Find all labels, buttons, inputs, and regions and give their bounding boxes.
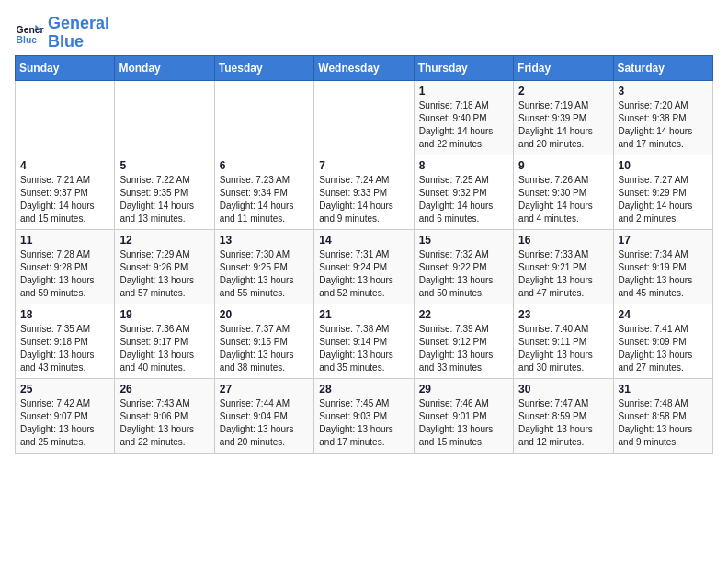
day-info: Sunrise: 7:34 AMSunset: 9:19 PMDaylight:… — [619, 248, 708, 300]
day-number: 29 — [419, 383, 508, 396]
calendar-cell: 13Sunrise: 7:30 AMSunset: 9:25 PMDayligh… — [214, 229, 313, 304]
day-info: Sunrise: 7:28 AMSunset: 9:28 PMDaylight:… — [20, 248, 109, 300]
page-header: General Blue General Blue — [15, 15, 713, 52]
logo: General Blue General Blue — [15, 15, 109, 52]
day-number: 6 — [220, 159, 309, 172]
day-info: Sunrise: 7:39 AMSunset: 9:12 PMDaylight:… — [419, 323, 508, 374]
day-number: 13 — [220, 234, 309, 247]
day-number: 22 — [419, 308, 508, 321]
week-row-5: 25Sunrise: 7:42 AMSunset: 9:07 PMDayligh… — [16, 378, 713, 453]
day-info: Sunrise: 7:20 AMSunset: 9:38 PMDaylight:… — [619, 99, 708, 151]
logo-icon: General Blue — [15, 18, 44, 48]
calendar-cell: 14Sunrise: 7:31 AMSunset: 9:24 PMDayligh… — [314, 229, 414, 304]
day-info: Sunrise: 7:38 AMSunset: 9:14 PMDaylight:… — [319, 323, 408, 374]
day-info: Sunrise: 7:22 AMSunset: 9:35 PMDaylight:… — [119, 174, 209, 225]
day-info: Sunrise: 7:24 AMSunset: 9:33 PMDaylight:… — [319, 174, 408, 225]
day-info: Sunrise: 7:37 AMSunset: 9:15 PMDaylight:… — [220, 323, 309, 374]
day-number: 14 — [319, 234, 408, 247]
day-info: Sunrise: 7:40 AMSunset: 9:11 PMDaylight:… — [518, 323, 608, 374]
day-info: Sunrise: 7:36 AMSunset: 9:17 PMDaylight:… — [119, 323, 209, 374]
header-saturday: Saturday — [613, 55, 712, 80]
day-info: Sunrise: 7:27 AMSunset: 9:29 PMDaylight:… — [619, 174, 708, 225]
day-info: Sunrise: 7:45 AMSunset: 9:03 PMDaylight:… — [319, 397, 408, 449]
calendar-cell: 11Sunrise: 7:28 AMSunset: 9:28 PMDayligh… — [16, 229, 115, 304]
day-info: Sunrise: 7:23 AMSunset: 9:34 PMDaylight:… — [220, 174, 309, 225]
calendar-cell: 31Sunrise: 7:48 AMSunset: 8:58 PMDayligh… — [613, 378, 712, 453]
day-number: 28 — [319, 383, 408, 396]
week-row-1: 1Sunrise: 7:18 AMSunset: 9:40 PMDaylight… — [16, 80, 713, 155]
calendar-cell: 2Sunrise: 7:19 AMSunset: 9:39 PMDaylight… — [514, 80, 613, 155]
calendar-cell: 4Sunrise: 7:21 AMSunset: 9:37 PMDaylight… — [16, 155, 115, 229]
logo-name-blue: Blue — [48, 33, 109, 52]
header-tuesday: Tuesday — [214, 55, 313, 80]
day-number: 8 — [419, 159, 508, 172]
day-number: 7 — [319, 159, 408, 172]
calendar-cell: 7Sunrise: 7:24 AMSunset: 9:33 PMDaylight… — [314, 155, 414, 229]
svg-text:Blue: Blue — [17, 35, 38, 45]
day-info: Sunrise: 7:32 AMSunset: 9:22 PMDaylight:… — [419, 248, 508, 300]
header-thursday: Thursday — [414, 55, 513, 80]
calendar-cell: 6Sunrise: 7:23 AMSunset: 9:34 PMDaylight… — [214, 155, 313, 229]
day-info: Sunrise: 7:44 AMSunset: 9:04 PMDaylight:… — [220, 397, 309, 449]
day-number: 27 — [220, 383, 309, 396]
calendar-cell: 25Sunrise: 7:42 AMSunset: 9:07 PMDayligh… — [16, 378, 115, 453]
day-number: 21 — [319, 308, 408, 321]
calendar-cell: 19Sunrise: 7:36 AMSunset: 9:17 PMDayligh… — [115, 304, 214, 378]
calendar-cell: 28Sunrise: 7:45 AMSunset: 9:03 PMDayligh… — [314, 378, 414, 453]
calendar-cell: 3Sunrise: 7:20 AMSunset: 9:38 PMDaylight… — [613, 80, 712, 155]
day-number: 19 — [119, 308, 209, 321]
day-info: Sunrise: 7:43 AMSunset: 9:06 PMDaylight:… — [119, 397, 209, 449]
day-number: 24 — [619, 308, 708, 321]
day-info: Sunrise: 7:47 AMSunset: 8:59 PMDaylight:… — [518, 397, 608, 449]
day-info: Sunrise: 7:48 AMSunset: 8:58 PMDaylight:… — [619, 397, 708, 449]
day-info: Sunrise: 7:31 AMSunset: 9:24 PMDaylight:… — [319, 248, 408, 300]
day-number: 17 — [619, 234, 708, 247]
header-wednesday: Wednesday — [314, 55, 414, 80]
day-number: 12 — [119, 234, 209, 247]
day-number: 30 — [518, 383, 608, 396]
week-row-2: 4Sunrise: 7:21 AMSunset: 9:37 PMDaylight… — [16, 155, 713, 229]
calendar-cell: 17Sunrise: 7:34 AMSunset: 9:19 PMDayligh… — [613, 229, 712, 304]
calendar-cell: 26Sunrise: 7:43 AMSunset: 9:06 PMDayligh… — [115, 378, 214, 453]
header-sunday: Sunday — [16, 55, 115, 80]
day-number: 4 — [20, 159, 109, 172]
day-number: 9 — [518, 159, 608, 172]
day-info: Sunrise: 7:18 AMSunset: 9:40 PMDaylight:… — [419, 99, 508, 151]
day-info: Sunrise: 7:33 AMSunset: 9:21 PMDaylight:… — [518, 248, 608, 300]
header-monday: Monday — [115, 55, 214, 80]
header-friday: Friday — [514, 55, 613, 80]
calendar-cell: 22Sunrise: 7:39 AMSunset: 9:12 PMDayligh… — [414, 304, 513, 378]
calendar-cell — [115, 80, 214, 155]
day-number: 3 — [619, 85, 708, 98]
day-number: 2 — [518, 85, 608, 98]
day-info: Sunrise: 7:29 AMSunset: 9:26 PMDaylight:… — [119, 248, 209, 300]
day-number: 16 — [518, 234, 608, 247]
calendar-cell: 24Sunrise: 7:41 AMSunset: 9:09 PMDayligh… — [613, 304, 712, 378]
day-number: 11 — [20, 234, 109, 247]
calendar-cell: 9Sunrise: 7:26 AMSunset: 9:30 PMDaylight… — [514, 155, 613, 229]
day-info: Sunrise: 7:25 AMSunset: 9:32 PMDaylight:… — [419, 174, 508, 225]
logo-name-general: General — [48, 15, 109, 33]
calendar-cell: 5Sunrise: 7:22 AMSunset: 9:35 PMDaylight… — [115, 155, 214, 229]
day-number: 15 — [419, 234, 508, 247]
calendar-cell: 29Sunrise: 7:46 AMSunset: 9:01 PMDayligh… — [414, 378, 513, 453]
calendar-cell: 27Sunrise: 7:44 AMSunset: 9:04 PMDayligh… — [214, 378, 313, 453]
day-info: Sunrise: 7:19 AMSunset: 9:39 PMDaylight:… — [518, 99, 608, 151]
calendar-cell: 10Sunrise: 7:27 AMSunset: 9:29 PMDayligh… — [613, 155, 712, 229]
calendar-cell — [16, 80, 115, 155]
calendar-cell: 12Sunrise: 7:29 AMSunset: 9:26 PMDayligh… — [115, 229, 214, 304]
day-info: Sunrise: 7:30 AMSunset: 9:25 PMDaylight:… — [220, 248, 309, 300]
day-info: Sunrise: 7:26 AMSunset: 9:30 PMDaylight:… — [518, 174, 608, 225]
day-info: Sunrise: 7:21 AMSunset: 9:37 PMDaylight:… — [20, 174, 109, 225]
day-number: 10 — [619, 159, 708, 172]
calendar-table: SundayMondayTuesdayWednesdayThursdayFrid… — [15, 55, 713, 454]
day-number: 1 — [419, 85, 508, 98]
day-info: Sunrise: 7:46 AMSunset: 9:01 PMDaylight:… — [419, 397, 508, 449]
calendar-cell — [314, 80, 414, 155]
day-info: Sunrise: 7:41 AMSunset: 9:09 PMDaylight:… — [619, 323, 708, 374]
week-row-3: 11Sunrise: 7:28 AMSunset: 9:28 PMDayligh… — [16, 229, 713, 304]
day-number: 23 — [518, 308, 608, 321]
calendar-header-row: SundayMondayTuesdayWednesdayThursdayFrid… — [16, 55, 713, 80]
day-number: 18 — [20, 308, 109, 321]
day-info: Sunrise: 7:35 AMSunset: 9:18 PMDaylight:… — [20, 323, 109, 374]
